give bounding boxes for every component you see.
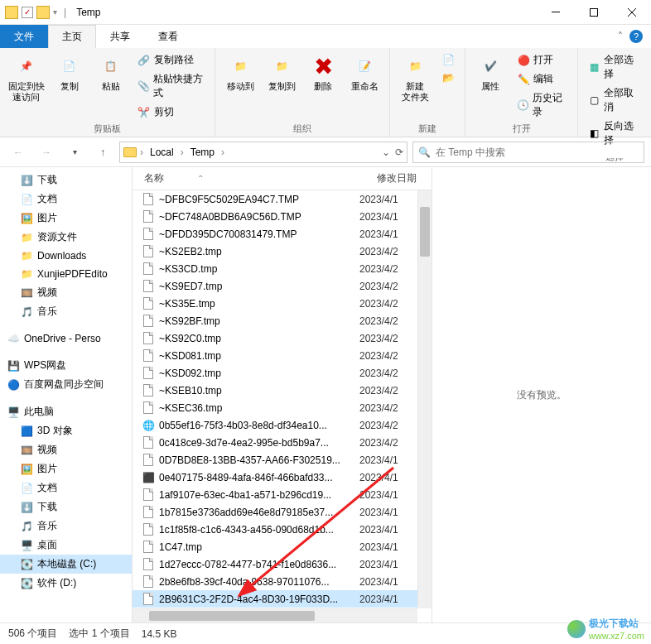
file-row[interactable]: ~KSEB10.tmp2023/4/2 (133, 382, 417, 399)
properties-button[interactable]: ✔️属性 (472, 51, 509, 94)
file-row[interactable]: ~KS92BF.tmp2023/4/2 (133, 312, 417, 329)
tab-file[interactable]: 文件 (0, 25, 48, 48)
copy-path-button[interactable]: 🔗复制路径 (134, 51, 209, 69)
tree-item[interactable]: 🖥️桌面 (0, 536, 132, 555)
cut-button[interactable]: ✂️剪切 (134, 103, 209, 121)
tree-item[interactable]: ⬇️下载 (0, 171, 132, 190)
column-header-name[interactable]: 名称 ⌃ (141, 171, 374, 185)
horizontal-scrollbar[interactable] (133, 608, 417, 622)
open-button[interactable]: 🔴打开 (514, 51, 571, 69)
column-header-date[interactable]: 修改日期 (374, 171, 432, 185)
file-row[interactable]: ~KSD092.tmp2023/4/2 (133, 364, 417, 382)
breadcrumb-local[interactable]: Local (147, 147, 177, 158)
chevron-right-icon[interactable]: › (181, 147, 184, 158)
recent-locations-button[interactable]: ▾ (63, 141, 86, 164)
file-row[interactable]: 1af9107e-63ec-4ba1-a571-b296cd19...2023/… (133, 486, 417, 503)
address-dropdown-icon[interactable]: ⌄ (382, 147, 390, 158)
file-icon (141, 435, 156, 450)
tab-view[interactable]: 查看 (144, 25, 192, 48)
file-row[interactable]: ~DFDD395DC700831479.TMP2023/4/1 (133, 225, 417, 243)
docs-icon: 📄 (20, 193, 33, 206)
scroll-thumb[interactable] (149, 611, 315, 621)
tree-item[interactable]: 📄文档 (0, 190, 132, 209)
address-box[interactable]: › Local › Temp › ⌄ ⟳ (119, 142, 407, 163)
close-button[interactable] (613, 0, 651, 25)
tree-item[interactable]: 🖥️此电脑 (0, 402, 132, 421)
file-row[interactable]: 🌐0b55ef16-75f3-4b03-8e8d-df34ea10...2023… (133, 416, 417, 434)
tree-item[interactable]: 🎵音乐 (0, 517, 132, 536)
minimize-button[interactable] (537, 0, 575, 25)
file-row[interactable]: ~KS92C0.tmp2023/4/2 (133, 329, 417, 347)
refresh-icon[interactable]: ⟳ (395, 147, 403, 158)
file-row[interactable]: ~DFC748A0BDB6A9C56D.TMP2023/4/1 (133, 208, 417, 225)
file-row[interactable]: 2B9631C3-2F2D-4ac4-8D30-19F033D...2023/4… (133, 590, 417, 608)
file-row[interactable]: ~KSD081.tmp2023/4/2 (133, 347, 417, 364)
title-dropdown-icon[interactable]: ▾ (53, 7, 57, 17)
move-to-button[interactable]: 📁移动到 (222, 51, 258, 94)
tab-home[interactable]: 主页 (48, 25, 96, 48)
file-row[interactable]: ~KS3CD.tmp2023/4/2 (133, 260, 417, 277)
edit-icon: ✏️ (517, 73, 530, 86)
tree-item[interactable]: 💽本地磁盘 (C:) (0, 555, 132, 574)
tab-share[interactable]: 共享 (96, 25, 144, 48)
file-row[interactable]: ~KS9ED7.tmp2023/4/2 (133, 277, 417, 295)
copy-to-button[interactable]: 📁复制到 (263, 51, 300, 94)
easy-access-button[interactable]: 📂 (438, 70, 458, 86)
file-row[interactable]: ~DFBC9F5C5029EA94C7.TMP2023/4/1 (133, 190, 417, 208)
tree-item[interactable]: 📄文档 (0, 478, 132, 497)
file-row[interactable]: 1d27eccc-0782-4477-b741-f1e0d8636...2023… (133, 555, 417, 573)
paste-button[interactable]: 📋 粘贴 (93, 51, 129, 94)
select-all-button[interactable]: ▦全部选择 (585, 51, 644, 83)
file-row[interactable]: 0c418ce9-3d7e-4ea2-995e-bd5b9a7...2023/4… (133, 434, 417, 451)
copy-button[interactable]: 📄 复制 (51, 51, 88, 94)
tree-item[interactable]: 🖼️图片 (0, 459, 132, 478)
tree-item[interactable]: 📁资源文件 (0, 228, 132, 247)
file-row[interactable]: ~KS35E.tmp2023/4/2 (133, 295, 417, 312)
tree-item[interactable]: 📁Downloads (0, 247, 132, 265)
back-button[interactable]: ← (7, 141, 30, 164)
tree-item[interactable]: 🎞️视频 (0, 283, 132, 302)
search-box[interactable]: 🔍 (412, 142, 644, 163)
tree-item[interactable]: 💽软件 (D:) (0, 574, 132, 593)
scroll-thumb[interactable] (420, 207, 430, 257)
new-item-button[interactable]: 📄 (438, 51, 458, 68)
tree-item[interactable]: ⬇️下载 (0, 497, 132, 517)
navigation-tree[interactable]: ⬇️下载📄文档🖼️图片📁资源文件📁Downloads📁XunjiePDFEdit… (0, 167, 133, 622)
vertical-scrollbar[interactable] (417, 190, 432, 608)
select-none-button[interactable]: ▢全部取消 (585, 84, 644, 116)
tree-item[interactable]: 🟦3D 对象 (0, 421, 132, 440)
file-row[interactable]: ⬛0e407175-8489-4afa-846f-466bafd33...202… (133, 469, 417, 486)
rename-button[interactable]: 📝重命名 (346, 51, 383, 94)
tree-item[interactable]: 🖼️图片 (0, 209, 132, 228)
chevron-right-icon[interactable]: › (221, 147, 224, 158)
breadcrumb-temp[interactable]: Temp (187, 147, 218, 158)
paste-shortcut-button[interactable]: 📎粘贴快捷方式 (134, 70, 209, 102)
tree-item[interactable]: 🎞️视频 (0, 440, 132, 459)
file-row[interactable]: 2b8e6fb8-39cf-40da-9638-97011076...2023/… (133, 573, 417, 590)
quick-access-checkbox[interactable]: ✓ (22, 7, 33, 18)
tree-item[interactable]: 🎵音乐 (0, 302, 132, 321)
file-row[interactable]: 1b7815e3736add69e46e8d79185e37...2023/4/… (133, 503, 417, 521)
pin-button[interactable]: 📌 固定到快 速访问 (7, 51, 46, 104)
tree-item[interactable]: ☁️OneDrive - Perso (0, 329, 132, 348)
file-rows[interactable]: ~DFBC9F5C5029EA94C7.TMP2023/4/1~DFC748A0… (133, 190, 417, 608)
new-folder-button[interactable]: 📁新建 文件夹 (397, 51, 433, 104)
tree-item[interactable]: 💾WPS网盘 (0, 356, 132, 375)
tree-item[interactable]: 📁XunjiePDFEdito (0, 265, 132, 283)
file-row[interactable]: ~KSEC36.tmp2023/4/2 (133, 399, 417, 416)
file-row[interactable]: 1c1f85f8-c1c6-4343-a456-090d68d1b...2023… (133, 521, 417, 538)
collapse-ribbon-icon[interactable]: ˄ (618, 31, 623, 42)
up-button[interactable]: ↑ (91, 141, 114, 164)
search-input[interactable] (436, 147, 639, 158)
maximize-button[interactable] (575, 0, 613, 25)
file-row[interactable]: 1C47.tmp2023/4/1 (133, 538, 417, 555)
forward-button[interactable]: → (35, 141, 58, 164)
history-button[interactable]: 🕓历史记录 (514, 89, 571, 121)
delete-button[interactable]: ✖删除 (305, 51, 341, 94)
file-row[interactable]: ~KS2EB2.tmp2023/4/2 (133, 243, 417, 260)
chevron-right-icon[interactable]: › (140, 147, 143, 158)
edit-button[interactable]: ✏️编辑 (514, 70, 571, 88)
file-row[interactable]: 0D7BD8E8-13BB-4357-AA66-F302519...2023/4… (133, 451, 417, 469)
tree-item[interactable]: 🔵百度网盘同步空间 (0, 375, 132, 394)
help-icon[interactable]: ? (629, 30, 643, 43)
